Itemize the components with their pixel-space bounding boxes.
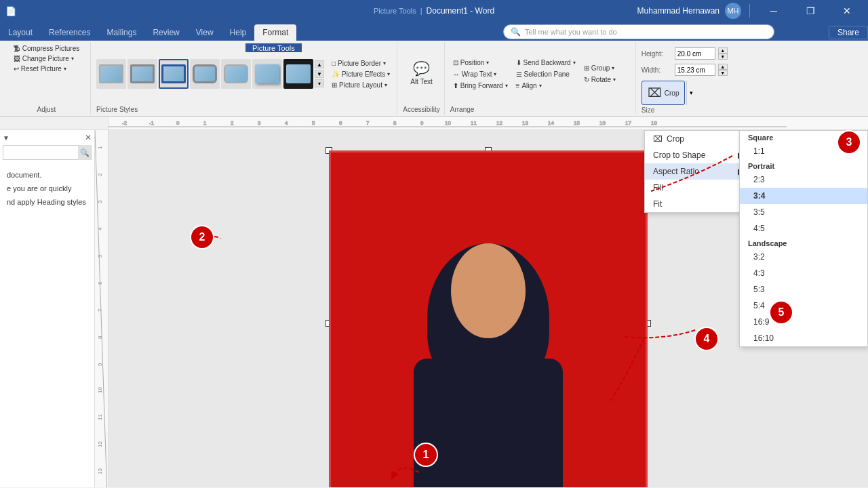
tab-help[interactable]: Help [222,24,255,41]
svg-text:13: 13 [97,468,103,474]
svg-text:5: 5 [312,120,315,126]
crop-to-shape-item[interactable]: Crop to Shape ▶ [645,147,752,163]
close-button[interactable]: ✕ [831,0,863,22]
position-button[interactable]: ⊡ Position ▾ [450,58,511,68]
layout-icon: ⊞ [332,81,337,89]
style-thumb-7[interactable] [283,59,313,89]
tab-view[interactable]: View [188,24,222,41]
ruler-row: -2 -1 0 1 2 3 4 5 6 7 8 9 10 11 12 13 14… [0,117,868,130]
ratio-1-1[interactable]: 1:1 [740,143,867,159]
size-label: Size [642,105,654,114]
sidebar: ▼ ✕ 🔍 document. e you are or quickly nd … [0,130,95,487]
ratio-16-10[interactable]: 16:10 [740,330,867,346]
svg-text:-2: -2 [122,120,127,126]
ribbon: 🗜 Compress Pictures 🖼 Change Picture ▾ ↩… [0,41,868,117]
ratio-4-5[interactable]: 4:5 [740,220,867,237]
sidebar-search-button[interactable]: 🔍 [78,145,91,160]
photo-background [331,152,646,487]
align-button[interactable]: ≡ Align ▾ [513,81,578,91]
crop-button[interactable]: ⌧ Crop [642,81,686,105]
ratio-16-9[interactable]: 16:9 [740,314,867,330]
send-back-icon: ⬇ [516,59,521,66]
group-button[interactable]: ⊞ Group ▾ [581,63,618,73]
sidebar-search-input[interactable] [3,148,78,157]
picture-effects-button[interactable]: ✨ Picture Effects ▾ [329,69,393,79]
vertical-ruler: 1 2 3 4 5 6 7 8 9 10 11 12 13 14 [95,130,108,487]
ratio-5-4[interactable]: 5:4 [740,298,867,314]
height-up[interactable]: ▲ [718,47,728,54]
style-thumb-5[interactable] [221,59,251,89]
main-area: ▼ ✕ 🔍 document. e you are or quickly nd … [0,130,868,487]
sidebar-search[interactable]: 🔍 [3,145,92,160]
title-bar-right: Muhammad Hernawan MH ─ ❐ ✕ [637,0,863,22]
svg-text:5: 5 [97,254,103,258]
selection-pane-button[interactable]: ☰ Selection Pane [513,69,578,79]
tab-references[interactable]: References [41,24,98,41]
svg-text:12: 12 [496,120,502,126]
style-scroll-more[interactable]: ▾ [315,79,324,87]
bring-forward-button[interactable]: ⬆ Bring Forward ▾ [450,81,511,91]
fit-item[interactable]: Fit [645,196,752,212]
style-scroll-up[interactable]: ▲ [315,60,324,68]
effects-dropdown: ▾ [387,71,390,77]
width-down[interactable]: ▼ [718,70,728,76]
tab-mailings[interactable]: Mailings [98,24,144,41]
reset-picture-button[interactable]: ↩ Reset Picture ▾ [11,64,69,74]
height-down[interactable]: ▼ [718,54,728,60]
ratio-5-3[interactable]: 5:3 [740,281,867,298]
style-thumb-2[interactable] [127,59,157,89]
user-name: Muhammad Hernawan [637,6,719,16]
ribbon-tabs-row: Picture Tools Layout References Mailings… [0,22,868,41]
send-backward-button[interactable]: ⬇ Send Backward ▾ [513,58,578,68]
app-label: Picture Tools [374,7,416,15]
sidebar-close-button[interactable]: ✕ [85,133,92,142]
svg-text:14: 14 [548,120,554,126]
wrap-text-button[interactable]: ↔ Wrap Text ▾ [450,69,511,79]
photo-frame [329,150,648,487]
picture-border-button[interactable]: □ Picture Border ▾ [329,58,393,68]
fill-item[interactable]: Fill [645,180,752,196]
ratio-4-3[interactable]: 4:3 [740,265,867,281]
tab-format[interactable]: Format [254,24,296,41]
sidebar-text-3: nd apply Heading styles [5,195,89,209]
style-thumb-4[interactable] [190,59,220,89]
svg-text:4: 4 [97,227,103,230]
selection-icon: ☰ [516,70,522,78]
style-thumb-1[interactable] [96,59,126,89]
rotate-icon: ↻ [584,76,589,83]
crop-dropdown-menu: ⌧ Crop Crop to Shape ▶ Aspect Ratio ▶ Fi… [644,130,753,213]
aspect-ratio-item[interactable]: Aspect Ratio ▶ [645,163,752,180]
compress-pictures-button[interactable]: 🗜 Compress Pictures [11,43,82,54]
crop-dropdown-arrow[interactable]: ▾ [686,81,696,105]
picture-layout-button[interactable]: ⊞ Picture Layout ▾ [329,80,393,90]
ratio-2-3[interactable]: 2:3 [740,171,867,188]
svg-text:7: 7 [97,308,103,312]
svg-text:10: 10 [445,120,451,126]
width-up[interactable]: ▲ [718,64,728,70]
share-button[interactable]: Share [829,26,868,39]
sidebar-text-2: e you are or quickly [5,182,89,195]
photo-container[interactable] [329,150,648,487]
style-thumb-3[interactable] [159,59,189,89]
rotate-button[interactable]: ↻ Rotate ▾ [581,75,618,85]
change-picture-button[interactable]: 🖼 Change Picture ▾ [11,54,77,64]
svg-text:0: 0 [176,120,180,126]
change-picture-dropdown-icon: ▾ [71,56,74,62]
crop-menu-item[interactable]: ⌧ Crop [645,131,752,147]
width-input[interactable] [675,64,715,76]
style-scroll-down[interactable]: ▼ [315,70,324,78]
ratio-3-4[interactable]: 3:4 [740,188,867,204]
ratio-3-5[interactable]: 3:5 [740,204,867,220]
horizontal-ruler: -2 -1 0 1 2 3 4 5 6 7 8 9 10 11 12 13 14… [108,117,868,129]
tab-layout[interactable]: Layout [0,24,41,41]
restore-button[interactable]: ❐ [795,0,826,22]
tab-review[interactable]: Review [144,24,187,41]
style-thumb-6[interactable] [252,59,282,89]
minimize-button[interactable]: ─ [758,0,789,22]
border-dropdown: ▾ [383,60,386,66]
search-bar[interactable]: 🔍 Tell me what you want to do [503,24,774,39]
arrange-label: Arrange [450,104,475,113]
ratio-3-2[interactable]: 3:2 [740,249,867,265]
height-input[interactable] [675,47,715,60]
alt-text-button[interactable]: 💬 Alt Text [406,58,437,88]
